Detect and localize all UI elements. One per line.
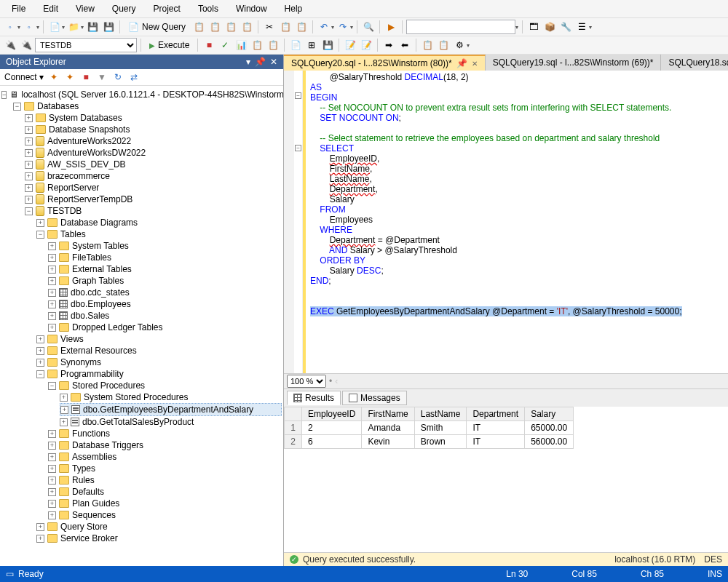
filter2-icon[interactable]: ✦: [64, 71, 76, 83]
grid-cell[interactable]: 2: [302, 421, 362, 435]
database-node[interactable]: +brazecommerce: [25, 170, 282, 182]
views-folder[interactable]: +Views: [36, 333, 282, 345]
connect-icon[interactable]: 🔌: [3, 38, 17, 52]
query-store-folder[interactable]: +Query Store: [36, 521, 282, 533]
filter3-icon[interactable]: ▼: [96, 71, 108, 83]
dropdown-icon[interactable]: ▾: [515, 24, 518, 31]
results-text-icon[interactable]: 📄: [288, 38, 303, 52]
pin-icon[interactable]: 📌: [255, 57, 266, 67]
query-type3-icon[interactable]: 📋: [223, 20, 238, 34]
tree-folder[interactable]: +Graph Tables: [48, 275, 282, 287]
refresh-icon[interactable]: ↻: [112, 71, 124, 83]
tool3-icon[interactable]: 🔧: [558, 20, 573, 34]
tree-folder[interactable]: +Plan Guides: [48, 498, 282, 509]
database-node-testdb[interactable]: −TESTDB: [25, 205, 282, 217]
dropdown-icon[interactable]: ▾: [17, 24, 20, 31]
dropdown-icon[interactable]: ▾: [81, 24, 84, 31]
find-icon[interactable]: 🔍: [361, 20, 376, 34]
plan-icon[interactable]: 📊: [234, 38, 248, 52]
results-tab[interactable]: Results: [287, 391, 341, 405]
dropdown-icon[interactable]: ▾: [467, 42, 470, 49]
launch-icon[interactable]: ▶: [384, 20, 398, 34]
tree-folder[interactable]: +Database Triggers: [48, 439, 282, 451]
disconnect-icon[interactable]: 🔌: [19, 38, 33, 52]
save-all-icon[interactable]: 💾: [101, 20, 116, 34]
results-grid-icon[interactable]: ⊞: [304, 38, 319, 52]
results-grid[interactable]: EmployeeID FirstName LastName Department…: [284, 407, 728, 552]
code-editor[interactable]: − − @SalaryThreshold DECIMAL(18, 2) AS B…: [284, 71, 728, 373]
menu-view[interactable]: View: [67, 1, 103, 16]
nav-fwd-icon[interactable]: ◦: [22, 20, 36, 34]
plan3-icon[interactable]: 📋: [266, 38, 280, 52]
grid-cell[interactable]: Kevin: [362, 435, 414, 449]
programmability-folder[interactable]: −Programmability: [36, 368, 282, 380]
editor-tab[interactable]: SQLQuery18.sql - l...82S\Winst: [661, 55, 728, 71]
grid-cell[interactable]: IT: [467, 435, 525, 449]
menu-project[interactable]: Project: [145, 1, 189, 16]
object-tree[interactable]: −localhost (SQL Server 16.0.1121.4 - DES…: [0, 86, 283, 566]
editor-tab[interactable]: SQLQuery20.sql - l...82S\Winstorm (80))*…: [284, 55, 486, 71]
connect-button[interactable]: Connect ▾: [4, 72, 44, 82]
database-node[interactable]: +AdventureWorksDW2022: [25, 147, 282, 159]
tree-folder[interactable]: +Dropped Ledger Tables: [48, 322, 282, 333]
cut-icon[interactable]: ✂: [262, 20, 277, 34]
fold-icon[interactable]: −: [295, 92, 301, 99]
db-diagrams-folder[interactable]: +Database Diagrams: [36, 217, 282, 228]
query-type4-icon[interactable]: 📋: [240, 20, 254, 34]
tree-folder[interactable]: +FileTables: [48, 252, 282, 263]
database-node[interactable]: +AdventureWorks2022: [25, 135, 282, 147]
code-text[interactable]: @SalaryThreshold DECIMAL(18, 2) AS BEGIN…: [306, 71, 728, 373]
synonyms-folder[interactable]: +Synonyms: [36, 356, 282, 368]
options-icon[interactable]: ⚙: [452, 38, 467, 52]
stop-filter-icon[interactable]: ■: [80, 71, 92, 83]
database-node[interactable]: +ReportServer: [25, 182, 282, 194]
messages-tab[interactable]: Messages: [342, 391, 407, 405]
tree-folder[interactable]: +Rules: [48, 474, 282, 486]
databases-folder[interactable]: −Databases: [13, 100, 282, 112]
server-node[interactable]: −localhost (SQL Server 16.0.1121.4 - DES…: [1, 89, 282, 100]
column-header[interactable]: Department: [467, 407, 525, 421]
uncomment-icon[interactable]: 📝: [359, 38, 373, 52]
results-file-icon[interactable]: 💾: [320, 38, 335, 52]
grid-cell[interactable]: 6: [302, 435, 362, 449]
stored-procedures-folder[interactable]: −Stored Procedures: [48, 380, 282, 391]
tree-folder[interactable]: +Defaults: [48, 486, 282, 498]
row-number[interactable]: 1: [285, 421, 302, 435]
filter-icon[interactable]: ✦: [48, 71, 60, 83]
parse-icon[interactable]: ✓: [218, 38, 232, 52]
tree-folder[interactable]: +System Tables: [48, 240, 282, 252]
grid-cell[interactable]: Brown: [414, 435, 467, 449]
new-file-icon[interactable]: 📄: [47, 20, 62, 34]
database-combo[interactable]: TESTDB: [35, 38, 137, 52]
menu-query[interactable]: Query: [103, 1, 145, 16]
dropdown-icon[interactable]: ▾: [589, 24, 592, 31]
execute-button[interactable]: ▶Execute: [145, 39, 194, 51]
nav-back-icon[interactable]: ◦: [3, 20, 17, 34]
tree-folder[interactable]: +Functions: [48, 428, 282, 439]
dropdown-icon[interactable]: ▾: [36, 24, 39, 31]
settings-icon[interactable]: ☰: [574, 20, 589, 34]
pin-icon[interactable]: 📌: [456, 58, 467, 68]
dropdown-icon[interactable]: ▾: [331, 24, 334, 31]
indent-icon[interactable]: ➡: [381, 38, 396, 52]
zoom-combo[interactable]: 100 %: [287, 375, 326, 388]
paste-icon[interactable]: 📋: [294, 20, 309, 34]
tree-folder[interactable]: +Types: [48, 463, 282, 474]
table-node[interactable]: +dbo.Employees: [48, 298, 282, 310]
close-icon[interactable]: ✕: [270, 57, 277, 67]
ext-resources-folder[interactable]: +External Resources: [36, 345, 282, 356]
database-node[interactable]: +AW_SSIS_DEV_DB: [25, 159, 282, 170]
database-node[interactable]: +ReportServerTempDB: [25, 194, 282, 205]
editor-tab[interactable]: SQLQuery19.sql - l...82S\Winstorm (69))*: [486, 55, 662, 71]
menu-file[interactable]: File: [3, 1, 34, 16]
tool-icon[interactable]: 🗔: [526, 20, 541, 34]
service-broker-folder[interactable]: +Service Broker: [36, 533, 282, 544]
sys-databases-folder[interactable]: +System Databases: [25, 112, 282, 124]
grid-cell[interactable]: 65000.00: [525, 421, 574, 435]
query-type-icon[interactable]: 📋: [191, 20, 206, 34]
column-header[interactable]: Salary: [525, 407, 574, 421]
tables-folder[interactable]: −Tables: [36, 228, 282, 240]
column-header[interactable]: EmployeeID: [302, 407, 362, 421]
column-header[interactable]: LastName: [414, 407, 467, 421]
dropdown-icon[interactable]: ▾: [62, 24, 65, 31]
